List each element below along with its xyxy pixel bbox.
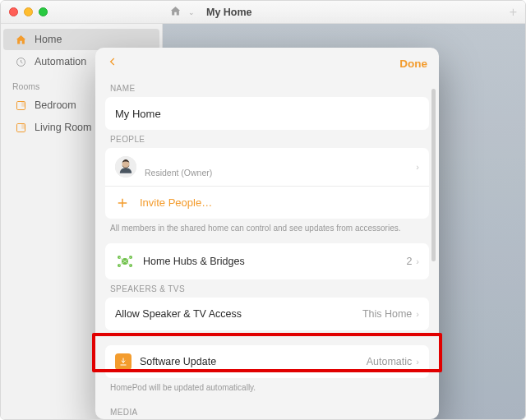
hubs-card: Home Hubs & Bridges 2 › (105, 243, 429, 279)
invite-people-label: Invite People… (140, 196, 212, 209)
back-button[interactable] (107, 56, 118, 71)
resident-row[interactable]: Resident (Owner) › (105, 148, 429, 186)
minimize-window-button[interactable] (24, 7, 33, 16)
sheet-header: Done (95, 48, 439, 79)
section-header-speakers: SPEAKERS & TVS (105, 279, 429, 298)
svg-rect-4 (21, 123, 25, 128)
name-card (105, 97, 429, 130)
software-update-card: Software Update Automatic › (105, 345, 429, 378)
chevron-down-icon[interactable]: ⌄ (188, 8, 195, 16)
room-icon (15, 99, 27, 112)
sidebar-item-label: Living Room (35, 122, 91, 133)
room-icon (15, 122, 27, 134)
add-button[interactable]: + (510, 5, 517, 20)
software-update-label: Software Update (140, 356, 216, 367)
section-header-people: PEOPLE (105, 130, 429, 148)
hubs-icon (115, 252, 135, 271)
people-card: Resident (Owner) › Invite People… (105, 148, 429, 219)
window-title: My Home (206, 7, 252, 18)
svg-rect-2 (21, 101, 25, 106)
section-header-media: MEDIA (105, 403, 429, 417)
software-update-value: Automatic (367, 356, 413, 367)
sheet-scroll-area[interactable]: NAME PEOPLE Resident (Owner) › (95, 79, 439, 419)
chevron-right-icon: › (416, 256, 419, 266)
download-icon (115, 353, 132, 370)
app-window: ⌄ My Home + Home Automation Rooms (0, 0, 526, 420)
toolbar-title-group: ⌄ My Home (169, 5, 252, 20)
sidebar-item-label: Automation (35, 56, 86, 67)
section-header-name: NAME (105, 79, 429, 97)
done-button[interactable]: Done (399, 58, 427, 70)
house-icon (15, 34, 27, 46)
home-name-field[interactable] (105, 97, 429, 130)
hubs-label: Home Hubs & Bridges (143, 256, 245, 267)
chevron-right-icon: › (416, 162, 419, 172)
people-hint: All members in the shared home can contr… (105, 219, 429, 243)
home-settings-sheet: Done NAME PEOPLE Resident (Owner) (95, 48, 439, 419)
hubs-count: 2 (406, 256, 412, 267)
software-hint: HomePod will be updated automatically. (105, 378, 429, 403)
avatar (115, 156, 136, 178)
resident-name (145, 157, 212, 167)
chevron-right-icon: › (416, 357, 419, 367)
titlebar: ⌄ My Home + (1, 1, 525, 24)
clock-icon (15, 56, 27, 68)
chevron-right-icon: › (416, 309, 419, 319)
fullscreen-window-button[interactable] (39, 7, 48, 16)
window-controls (9, 7, 48, 16)
speakers-card: Allow Speaker & TV Access This Home › (105, 298, 429, 330)
scrollbar[interactable] (431, 89, 436, 261)
invite-people-row[interactable]: Invite People… (105, 186, 429, 219)
sidebar-item-label: Home (35, 34, 62, 45)
resident-role: Resident (Owner) (145, 168, 212, 178)
home-name-input[interactable] (115, 108, 419, 120)
home-hubs-row[interactable]: Home Hubs & Bridges 2 › (105, 243, 429, 279)
speaker-access-row[interactable]: Allow Speaker & TV Access This Home › (105, 298, 429, 330)
speaker-access-label: Allow Speaker & TV Access (115, 308, 242, 320)
plus-icon (115, 196, 130, 210)
house-icon (169, 5, 182, 20)
sidebar-item-label: Bedroom (35, 99, 76, 111)
software-update-row[interactable]: Software Update Automatic › (105, 345, 429, 378)
speaker-access-value: This Home (362, 308, 412, 320)
close-window-button[interactable] (9, 7, 18, 16)
